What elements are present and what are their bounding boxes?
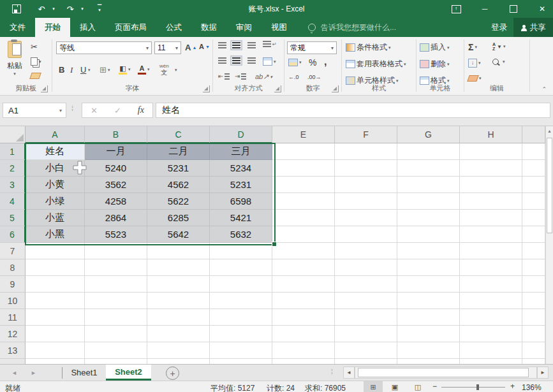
cell-G6[interactable] — [397, 226, 460, 243]
cell-H1[interactable] — [460, 143, 522, 160]
cell-F12[interactable] — [335, 326, 397, 342]
align-top-button[interactable] — [218, 42, 226, 48]
row-header-3[interactable]: 3 — [0, 177, 26, 193]
cell-F4[interactable] — [335, 193, 397, 210]
format-as-table-button[interactable]: 套用表格格式▾ — [346, 59, 406, 69]
collapse-ribbon-button[interactable]: ⌃ — [542, 86, 547, 92]
next-sheet-button[interactable]: ► — [31, 365, 36, 381]
align-right-button[interactable] — [247, 57, 256, 64]
orientation-button[interactable]: ab↗▾ — [255, 73, 272, 81]
cell-B2[interactable]: 5240 — [85, 160, 147, 177]
cell-E10[interactable] — [272, 293, 335, 309]
tab-insert[interactable]: 插入 — [70, 18, 105, 37]
cell-C12[interactable] — [147, 326, 210, 342]
cell-F9[interactable] — [335, 276, 397, 293]
cell-B4[interactable]: 4258 — [85, 193, 147, 210]
cell-E6[interactable] — [272, 226, 335, 243]
tab-file[interactable]: 文件 — [0, 18, 35, 37]
cell-D7[interactable] — [210, 243, 272, 259]
cell-B12[interactable] — [85, 326, 147, 342]
save-button[interactable] — [9, 0, 24, 18]
cell-C13[interactable] — [147, 342, 210, 359]
cell-partial-13[interactable] — [522, 342, 545, 359]
alignment-dialog-launcher[interactable] — [274, 85, 281, 92]
row-header-12[interactable]: 12 — [0, 326, 26, 342]
row-header-10[interactable]: 10 — [0, 293, 26, 309]
tab-view[interactable]: 视图 — [262, 18, 297, 37]
cell-A7[interactable] — [26, 243, 85, 259]
cell-E7[interactable] — [272, 243, 335, 259]
cell-H2[interactable] — [460, 160, 522, 177]
redo-button[interactable]: ↷ — [64, 0, 77, 18]
horizontal-scrollbar[interactable] — [355, 367, 537, 379]
page-layout-view-button[interactable]: ▣ — [385, 381, 404, 392]
tab-home[interactable]: 开始 — [35, 18, 70, 37]
cell-E3[interactable] — [272, 177, 335, 193]
cell-partial-6[interactable] — [522, 226, 545, 243]
cell-partial-12[interactable] — [522, 326, 545, 342]
confirm-entry-button[interactable]: ✓ — [114, 106, 121, 115]
row-header-6[interactable]: 6 — [0, 226, 26, 243]
insert-function-button[interactable]: fx — [138, 105, 144, 115]
cell-F2[interactable] — [335, 160, 397, 177]
cell-D3[interactable]: 5231 — [210, 177, 272, 193]
cell-A6[interactable]: 小黑 — [26, 226, 85, 243]
align-center-button[interactable] — [232, 57, 240, 64]
increase-indent-button[interactable]: ⇥ — [235, 73, 246, 80]
cell-E1[interactable] — [272, 143, 335, 160]
column-header-F[interactable]: F — [335, 126, 397, 143]
grow-font-button[interactable]: A▲ — [185, 43, 196, 52]
italic-button[interactable]: I — [70, 65, 73, 75]
cell-F1[interactable] — [335, 143, 397, 160]
cell-D8[interactable] — [210, 259, 272, 276]
cell-B5[interactable]: 2864 — [85, 210, 147, 226]
cell-E9[interactable] — [272, 276, 335, 293]
decrease-indent-button[interactable]: ⇤ — [218, 73, 230, 80]
cell-A12[interactable] — [26, 326, 85, 342]
cell-H13[interactable] — [460, 342, 522, 359]
merge-center-button[interactable]: ▾ — [263, 57, 276, 66]
sign-in-button[interactable]: 登录 — [491, 18, 507, 37]
align-left-button[interactable] — [218, 57, 226, 64]
copy-button[interactable]: ▾ — [31, 57, 41, 66]
cell-A11[interactable] — [26, 309, 85, 326]
formula-input[interactable]: 姓名 — [156, 103, 550, 118]
horizontal-splitter[interactable]: ⁞ — [331, 368, 333, 375]
tab-page-layout[interactable]: 页面布局 — [105, 18, 156, 37]
sheet-tab-sheet2[interactable]: Sheet2 — [106, 365, 151, 381]
cell-G9[interactable] — [397, 276, 460, 293]
select-all-button[interactable] — [0, 126, 26, 143]
font-color-button[interactable]: A▾ — [138, 65, 150, 73]
row-header-13[interactable]: 13 — [0, 342, 26, 359]
zoom-slider-thumb[interactable] — [476, 384, 479, 390]
cell-partial-8[interactable] — [522, 259, 545, 276]
cell-E12[interactable] — [272, 326, 335, 342]
row-header-14[interactable]: 14 — [0, 359, 26, 364]
column-header-D[interactable]: D — [210, 126, 272, 143]
cell-B10[interactable] — [85, 293, 147, 309]
paste-button[interactable]: 粘贴 ▾ — [4, 41, 26, 76]
cut-button[interactable]: ✂ — [31, 42, 38, 52]
cell-E5[interactable] — [272, 210, 335, 226]
row-header-2[interactable]: 2 — [0, 160, 26, 177]
fill-color-button[interactable]: ◧▾ — [119, 65, 131, 73]
row-header-4[interactable]: 4 — [0, 193, 26, 210]
wrap-text-button[interactable]: ↵ — [263, 41, 277, 47]
name-box[interactable]: A1 ▾ — [3, 103, 66, 118]
fill-button[interactable]: ↓ ▾ — [468, 59, 481, 68]
redo-dropdown[interactable]: ▾ — [78, 0, 86, 18]
cell-B11[interactable] — [85, 309, 147, 326]
cell-F5[interactable] — [335, 210, 397, 226]
cell-partial-2[interactable] — [522, 160, 545, 177]
cell-partial-5[interactable] — [522, 210, 545, 226]
insert-cells-button[interactable]: 插入▾ — [420, 42, 450, 53]
format-painter-button[interactable] — [31, 73, 40, 79]
cell-H3[interactable] — [460, 177, 522, 193]
undo-button[interactable]: ↶ — [35, 0, 48, 18]
cell-partial-4[interactable] — [522, 193, 545, 210]
cell-E2[interactable] — [272, 160, 335, 177]
cell-G12[interactable] — [397, 326, 460, 342]
row-header-8[interactable]: 8 — [0, 259, 26, 276]
cell-E4[interactable] — [272, 193, 335, 210]
clear-button[interactable]: ▾ — [468, 75, 482, 82]
